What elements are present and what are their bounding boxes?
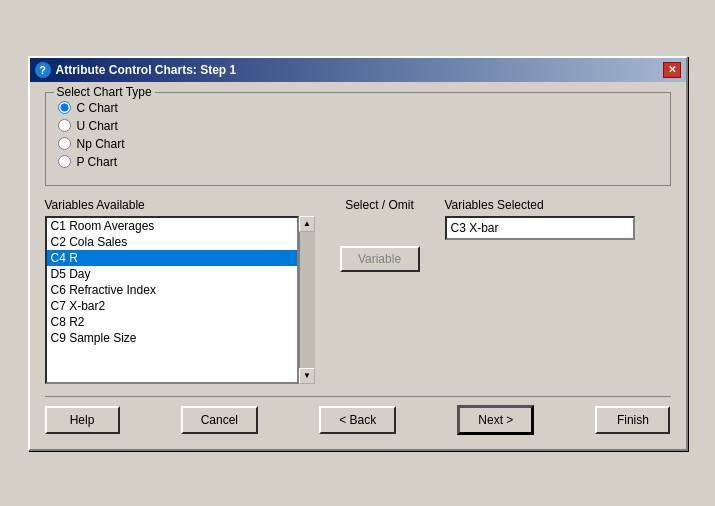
scroll-track xyxy=(300,232,315,368)
cancel-button[interactable]: Cancel xyxy=(181,406,258,434)
label-c-chart[interactable]: C Chart xyxy=(77,101,118,115)
list-item[interactable]: C4 R xyxy=(47,250,297,266)
select-omit-header: Select / Omit xyxy=(345,198,414,212)
variables-header: Variables Available xyxy=(45,198,315,212)
list-item[interactable]: C1 Room Averages xyxy=(47,218,297,234)
chart-type-label: Select Chart Type xyxy=(54,85,155,99)
list-item[interactable]: D5 Day xyxy=(47,266,297,282)
radio-row-np-chart: Np Chart xyxy=(58,137,658,151)
radio-u-chart[interactable] xyxy=(58,119,71,132)
back-button[interactable]: < Back xyxy=(319,406,396,434)
window-title: Attribute Control Charts: Step 1 xyxy=(56,63,237,77)
scrollbar[interactable]: ▲ ▼ xyxy=(299,216,315,384)
bottom-buttons: Help Cancel < Back Next > Finish xyxy=(45,396,671,439)
scroll-up-arrow[interactable]: ▲ xyxy=(299,216,315,232)
list-item[interactable]: C2 Cola Sales xyxy=(47,234,297,250)
close-button[interactable]: ✕ xyxy=(663,62,681,78)
dialog-window: ? Attribute Control Charts: Step 1 ✕ Sel… xyxy=(28,56,688,451)
variables-column: Variables Available C1 Room AveragesC2 C… xyxy=(45,198,315,384)
label-np-chart[interactable]: Np Chart xyxy=(77,137,125,151)
label-p-chart[interactable]: P Chart xyxy=(77,155,117,169)
help-button[interactable]: Help xyxy=(45,406,120,434)
title-bar-left: ? Attribute Control Charts: Step 1 xyxy=(35,62,237,78)
listbox-inner: C1 Room AveragesC2 Cola SalesC4 RD5 DayC… xyxy=(45,216,299,384)
columns-area: Variables Available C1 Room AveragesC2 C… xyxy=(45,198,671,384)
title-bar: ? Attribute Control Charts: Step 1 ✕ xyxy=(30,58,686,82)
finish-button[interactable]: Finish xyxy=(595,406,670,434)
selected-header: Variables Selected xyxy=(445,198,671,212)
radio-c-chart[interactable] xyxy=(58,101,71,114)
radio-row-c-chart: C Chart xyxy=(58,101,658,115)
next-button[interactable]: Next > xyxy=(457,405,534,435)
radio-row-u-chart: U Chart xyxy=(58,119,658,133)
selected-variable-box: C3 X-bar xyxy=(445,216,635,240)
variable-select-button[interactable]: Variable xyxy=(340,246,420,272)
select-omit-column: Select / Omit Variable xyxy=(325,198,435,384)
window-body: Select Chart Type C Chart U Chart Np Cha… xyxy=(30,82,686,449)
listbox-container: C1 Room AveragesC2 Cola SalesC4 RD5 DayC… xyxy=(45,216,315,384)
label-u-chart[interactable]: U Chart xyxy=(77,119,118,133)
list-item[interactable]: C6 Refractive Index xyxy=(47,282,297,298)
help-icon: ? xyxy=(35,62,51,78)
scroll-down-arrow[interactable]: ▼ xyxy=(299,368,315,384)
radio-row-p-chart: P Chart xyxy=(58,155,658,169)
list-item[interactable]: C7 X-bar2 xyxy=(47,298,297,314)
variables-listbox[interactable]: C1 Room AveragesC2 Cola SalesC4 RD5 DayC… xyxy=(45,216,299,384)
list-item[interactable]: C8 R2 xyxy=(47,314,297,330)
radio-p-chart[interactable] xyxy=(58,155,71,168)
radio-np-chart[interactable] xyxy=(58,137,71,150)
list-item[interactable]: C9 Sample Size xyxy=(47,330,297,346)
chart-type-group: Select Chart Type C Chart U Chart Np Cha… xyxy=(45,92,671,186)
selected-column: Variables Selected C3 X-bar xyxy=(445,198,671,384)
